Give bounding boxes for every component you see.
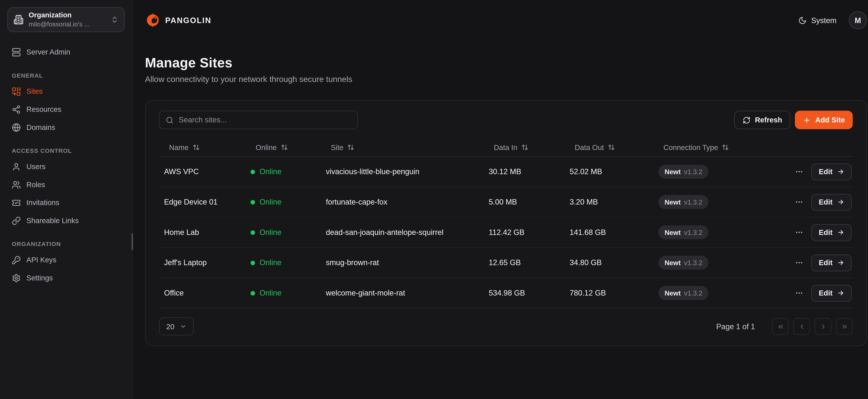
sidebar-resize-handle[interactable] [131,233,133,250]
row-menu-button[interactable] [794,227,805,238]
cell-data-in: 30.12 MB [484,167,564,176]
first-page-button[interactable] [772,318,789,335]
arrow-right-icon [837,289,844,297]
search-input[interactable] [179,116,351,124]
sites-icon [12,87,21,96]
pagination-buttons [772,318,853,335]
column-label: Online [255,143,277,152]
avatar[interactable]: M [849,11,867,29]
ellipsis-icon [795,258,804,267]
page-size-value: 20 [166,322,175,331]
connection-type-version: v1.3.2 [684,198,702,206]
page-subtitle: Allow connectivity to your network throu… [145,75,867,84]
sidebar-item-roles[interactable]: Roles [7,176,125,193]
online-label: Online [259,198,281,206]
next-page-button[interactable] [814,318,831,335]
cell-name: Jeff's Laptop [159,258,245,267]
connection-type-badge: Newt v1.3.2 [658,195,709,209]
connection-type-name: Newt [664,198,681,206]
avatar-initial: M [855,16,861,25]
sort-icon [722,144,729,151]
sidebar-item-shareable-links[interactable]: Shareable Links [7,212,125,229]
org-selector[interactable]: Organization milo@fossorial.io's ... [7,7,125,32]
online-label: Online [259,228,281,237]
cell-data-out: 3.20 MB [564,198,653,206]
column-header-data-in[interactable]: Data In [484,143,564,152]
row-menu-button[interactable] [794,166,805,177]
edit-button-label: Edit [819,167,832,176]
cell-connection-type: Newt v1.3.2 [653,164,796,179]
column-label: Site [331,143,344,152]
cell-online: Online [245,228,321,237]
online-dot [250,230,255,235]
cell-site: fortunate-cape-fox [321,198,484,206]
search-icon [166,116,174,124]
sort-icon [608,144,615,151]
column-header-name[interactable]: Name [159,143,245,152]
row-menu-button[interactable] [794,257,805,268]
page-size-select[interactable]: 20 [159,317,194,335]
sidebar-item-api-keys[interactable]: API Keys [7,251,125,269]
ellipsis-icon [795,198,804,206]
sidebar-item-settings[interactable]: Settings [7,269,125,286]
theme-toggle[interactable]: System [798,16,836,25]
edit-button[interactable]: Edit [811,284,852,301]
cell-online: Online [245,167,321,176]
brand[interactable]: PANGOLIN [145,12,212,28]
online-label: Online [259,289,281,297]
cell-name: Home Lab [159,228,245,237]
cell-data-in: 112.42 GB [484,228,564,237]
edit-button[interactable]: Edit [811,254,852,271]
ellipsis-icon [795,289,804,297]
cell-online: Online [245,198,321,206]
row-menu-button[interactable] [794,197,805,207]
add-site-button-label: Add Site [815,116,845,124]
page-title: Manage Sites [145,55,867,71]
server-icon [12,48,21,56]
cell-data-in: 5.00 MB [484,198,564,206]
gear-icon [12,273,21,282]
chevrons-up-down-icon [111,16,118,24]
cell-site: dead-san-joaquin-antelope-squirrel [321,228,484,237]
column-label: Connection Type [663,143,718,152]
sidebar-item-label: Sites [26,87,43,96]
add-site-button[interactable]: Add Site [795,111,853,129]
arrow-right-icon [837,259,844,266]
sidebar-item-sites[interactable]: Sites [7,83,125,100]
edit-button[interactable]: Edit [811,193,852,210]
chevrons-left-icon [777,323,784,330]
chevron-right-icon [819,323,827,330]
refresh-button[interactable]: Refresh [734,111,790,129]
cell-actions: Edit [796,254,853,271]
row-menu-button[interactable] [794,288,805,298]
column-header-site[interactable]: Site [321,143,484,152]
sidebar-item-server-admin[interactable]: Server Admin [7,43,125,61]
table-row: Jeff's Laptop Online smug-brown-rat 12.6… [159,248,853,278]
column-header-online[interactable]: Online [245,143,321,152]
sidebar-item-invitations[interactable]: Invitations [7,194,125,211]
previous-page-button[interactable] [793,318,810,335]
sidebar-item-label: Domains [26,123,55,132]
edit-button[interactable]: Edit [811,163,852,180]
connection-type-badge: Newt v1.3.2 [658,255,709,270]
resources-icon [12,105,21,114]
column-header-data-out[interactable]: Data Out [564,143,653,152]
refresh-icon [743,116,750,124]
table-header-row: Name Online Site Data In [159,138,853,157]
plus-icon [803,116,811,124]
pagination: Page 1 of 1 [716,318,853,335]
last-page-button[interactable] [836,318,853,335]
sort-icon [347,144,354,151]
sidebar: Organization milo@fossorial.io's ... Ser… [0,0,133,399]
column-header-connection-type[interactable]: Connection Type [653,143,796,152]
sidebar-item-domains[interactable]: Domains [7,119,125,136]
refresh-button-label: Refresh [755,116,782,124]
sidebar-item-resources[interactable]: Resources [7,100,125,118]
sidebar-item-users[interactable]: Users [7,158,125,175]
cell-connection-type: Newt v1.3.2 [653,195,796,209]
app: Organization milo@fossorial.io's ... Ser… [0,0,868,399]
moon-icon [798,16,807,25]
ticket-check-icon [12,198,21,207]
edit-button[interactable]: Edit [811,224,852,241]
toolbar-actions: Refresh Add Site [734,111,853,129]
